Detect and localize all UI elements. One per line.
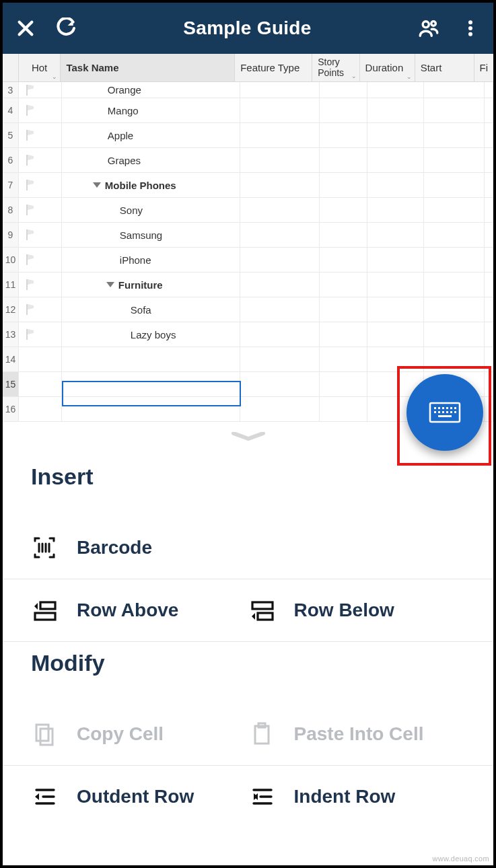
empty-cell[interactable] [320,148,368,172]
empty-cell[interactable] [240,198,320,222]
table-row[interactable]: 9Samsung [3,223,493,248]
empty-cell[interactable] [424,173,485,197]
share-people-icon[interactable] [415,15,442,42]
table-row[interactable]: 10iPhone [3,248,493,273]
hot-cell[interactable] [19,198,62,222]
column-task-name[interactable]: Task Name [61,54,235,81]
empty-cell[interactable] [367,148,424,172]
empty-cell[interactable] [320,198,368,222]
row-number[interactable]: 11 [3,273,19,297]
row-number[interactable]: 13 [3,322,19,347]
empty-cell[interactable] [240,82,320,98]
task-name-cell[interactable]: Furniture [62,273,240,297]
empty-cell[interactable] [485,198,493,222]
empty-cell[interactable] [320,173,368,197]
task-name-cell[interactable]: Mobile Phones [62,173,240,197]
refresh-icon[interactable] [52,15,79,42]
empty-cell[interactable] [424,148,485,172]
empty-cell[interactable] [320,322,368,347]
empty-cell[interactable] [424,297,485,322]
row-number[interactable]: 6 [3,148,19,172]
row-number[interactable]: 14 [3,347,19,371]
empty-cell[interactable] [240,248,320,272]
hot-cell[interactable] [19,148,62,172]
close-icon[interactable] [12,15,39,42]
empty-cell[interactable] [320,223,368,247]
empty-cell[interactable] [485,173,493,197]
empty-cell[interactable] [367,297,424,322]
empty-cell[interactable] [320,82,368,98]
empty-cell[interactable] [367,173,424,197]
task-name-cell[interactable]: Grapes [62,148,240,172]
empty-cell[interactable] [367,273,424,297]
empty-cell[interactable] [320,397,368,421]
task-name-cell[interactable]: Lazy boys [62,322,240,347]
insert-row-above[interactable]: Row Above [31,597,248,624]
task-name-cell[interactable]: Mango [62,98,240,122]
overflow-menu-icon[interactable] [457,15,484,42]
empty-cell[interactable] [485,123,493,147]
empty-cell[interactable] [367,223,424,247]
empty-cell[interactable] [240,123,320,147]
empty-cell[interactable] [367,322,424,347]
keyboard-fab[interactable] [406,374,483,451]
empty-cell[interactable] [240,372,320,396]
hot-cell[interactable] [19,173,62,197]
empty-cell[interactable] [240,347,320,371]
hot-cell[interactable] [19,297,62,322]
task-name-cell[interactable]: Orange [62,82,240,98]
empty-cell[interactable] [320,347,368,371]
task-name-cell[interactable]: Sony [62,198,240,222]
empty-cell[interactable] [424,198,485,222]
insert-barcode[interactable]: Barcode [31,534,465,561]
task-name-cell[interactable] [62,372,240,396]
indent-row[interactable]: Indent Row [248,783,466,810]
empty-cell[interactable] [367,82,424,98]
collapse-caret-icon[interactable] [93,182,101,188]
table-row[interactable]: 3Orange [3,82,493,98]
table-row[interactable]: 6Grapes [3,148,493,173]
hot-cell[interactable] [19,223,62,247]
row-number[interactable]: 12 [3,297,19,322]
column-finish[interactable]: Fi [474,54,494,81]
empty-cell[interactable] [485,273,493,297]
empty-cell[interactable] [320,372,368,396]
empty-cell[interactable] [240,148,320,172]
empty-cell[interactable] [320,297,368,322]
empty-cell[interactable] [485,148,493,172]
empty-cell[interactable] [367,198,424,222]
row-number[interactable]: 8 [3,198,19,222]
hot-cell[interactable] [19,322,62,347]
empty-cell[interactable] [485,322,493,347]
empty-cell[interactable] [240,397,320,421]
hot-cell[interactable] [19,347,62,371]
row-number[interactable]: 5 [3,123,19,147]
empty-cell[interactable] [240,98,320,122]
task-name-cell[interactable] [62,397,240,421]
column-start[interactable]: Start [415,54,474,81]
row-number[interactable]: 7 [3,173,19,197]
task-name-cell[interactable]: Sofa [62,297,240,322]
empty-cell[interactable] [485,82,493,98]
hot-cell[interactable] [19,248,62,272]
empty-cell[interactable] [240,173,320,197]
empty-cell[interactable] [485,248,493,272]
hot-cell[interactable] [19,372,62,396]
table-row[interactable]: 7Mobile Phones [3,173,493,198]
empty-cell[interactable] [485,297,493,322]
task-name-cell[interactable]: Apple [62,123,240,147]
empty-cell[interactable] [424,123,485,147]
empty-cell[interactable] [424,322,485,347]
empty-cell[interactable] [240,223,320,247]
empty-cell[interactable] [240,322,320,347]
empty-cell[interactable] [320,248,368,272]
task-name-cell[interactable] [62,347,240,371]
hot-cell[interactable] [19,397,62,421]
empty-cell[interactable] [240,297,320,322]
hot-cell[interactable] [19,273,62,297]
table-row[interactable]: 12Sofa [3,297,493,322]
empty-cell[interactable] [485,223,493,247]
empty-cell[interactable] [367,98,424,122]
empty-cell[interactable] [240,273,320,297]
table-row[interactable]: 8Sony [3,198,493,223]
